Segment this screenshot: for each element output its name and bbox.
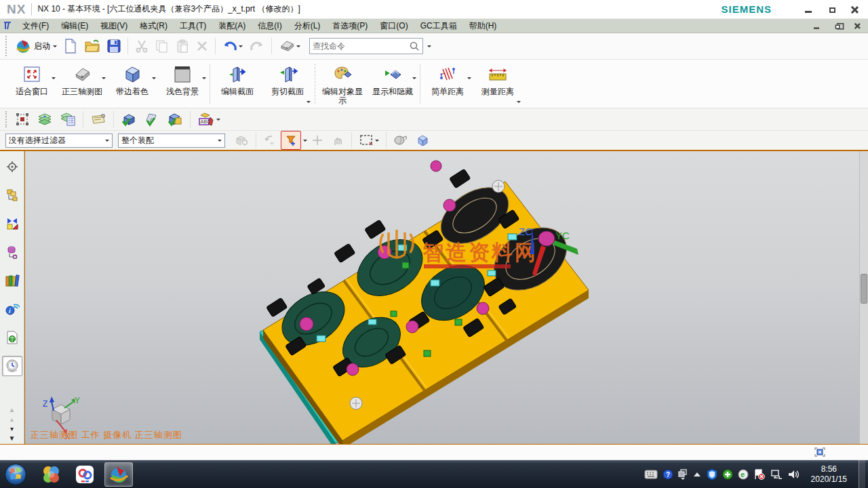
save-button[interactable] [104,38,123,54]
scroll-down-button[interactable]: ▾ [10,425,14,434]
taskbar-browser-button[interactable] [37,462,65,487]
internet-info-icon[interactable]: i [2,299,22,319]
graphics-viewport[interactable]: 智造资料网 ZC YC [24,151,868,444]
fit-view-status-button[interactable] [814,447,826,458]
layer-settings-button[interactable] [57,110,79,129]
viewport-scrollbar[interactable] [859,151,868,444]
help-tray-icon[interactable]: ? [663,469,673,480]
start-button[interactable] [3,462,28,487]
fit-window-button[interactable]: 适合窗口 [7,60,57,108]
point-constructor-button[interactable] [308,131,327,149]
check-mate-button[interactable] [141,110,163,129]
new-file-button[interactable] [61,37,80,55]
history-palette-icon[interactable] [2,356,22,376]
chevron-down-icon[interactable] [52,77,56,81]
chevron-down-icon[interactable] [307,101,311,105]
menubar-restore-button[interactable] [829,22,844,30]
show-desktop-button[interactable] [859,460,865,488]
chevron-down-icon[interactable] [412,77,416,81]
cut-button[interactable] [132,38,151,54]
delete-button[interactable] [193,39,211,54]
close-button[interactable] [845,3,864,16]
action-center-icon[interactable] [753,469,766,480]
snap-point-filter-button[interactable] [281,131,301,150]
taskbar-nx-button[interactable] [104,462,133,487]
search-input[interactable] [313,41,409,51]
paste-button[interactable] [173,38,192,54]
render-style-button[interactable] [276,38,303,54]
menu-information[interactable]: 信息(I) [252,19,288,33]
isometric-view-button[interactable]: 正三轴测图 [57,60,107,108]
chevron-down-icon[interactable] [202,77,206,81]
shaded-display-button[interactable] [391,131,411,149]
taskbar-netdisk-button[interactable] [71,462,99,487]
download-manager-icon[interactable] [722,469,733,480]
wireframe-display-button[interactable] [412,131,433,149]
menu-help[interactable]: 帮助(H) [463,19,503,33]
toolbar-drag-handle[interactable] [5,36,9,56]
chevron-down-icon[interactable] [517,101,521,105]
menu-preferences[interactable]: 首选项(P) [326,19,374,33]
menu-format[interactable]: 格式(R) [134,19,174,33]
scroll-top-button[interactable]: ▲ [9,406,16,415]
browser-tray-icon[interactable]: e [738,469,749,480]
reuse-library-icon[interactable] [2,242,22,262]
chevron-down-icon[interactable] [102,77,106,81]
measure-distance-button[interactable]: 测量距离 [473,60,523,108]
redo-button[interactable] [247,38,267,54]
edit-object-display-button[interactable]: 编辑对象显示 [317,60,368,108]
menu-file[interactable]: 文件(F) [16,19,55,33]
menu-gc-toolbox[interactable]: GC工具箱 [414,19,463,33]
selection-scope-dropdown[interactable]: 整个装配 [118,134,225,148]
constraint-navigator-icon[interactable] [2,214,22,234]
search-options-caret[interactable] [427,45,431,49]
assembly-navigator-icon[interactable] [2,185,22,205]
chevron-down-icon[interactable] [467,77,471,81]
check-assembly-button[interactable] [164,110,186,129]
shaded-with-edges-button[interactable]: 带边着色 [107,60,157,108]
chevron-down-icon[interactable] [152,77,156,81]
chevron-down-icon[interactable] [216,119,220,123]
selection-filter-dropdown[interactable]: 没有选择过滤器 [5,134,113,148]
search-icon[interactable] [409,41,420,52]
show-hidden-icons[interactable] [692,471,702,478]
web-browser-icon[interactable] [2,327,22,348]
volume-icon[interactable] [787,469,800,480]
minimize-button[interactable] [799,3,818,16]
hand-pan-button[interactable] [328,131,347,149]
menu-analysis[interactable]: 分析(L) [288,19,327,33]
show-hide-button[interactable]: 显示和隐藏 [368,60,418,108]
menubar-minimize-button[interactable] [809,22,824,30]
rectangle-select-button[interactable] [356,131,382,149]
roles-icon[interactable] [2,157,22,177]
menubar-close-button[interactable] [850,22,865,30]
scroll-bottom-button[interactable]: ▼ [9,434,16,444]
window-switch-icon[interactable] [678,469,688,480]
check-block-button[interactable] [118,110,140,129]
start-menu-button[interactable]: 启动 [12,37,60,56]
menu-assemblies[interactable]: 装配(A) [212,19,252,33]
scrollbar-thumb[interactable] [861,274,867,304]
security-shield-icon[interactable] [707,468,717,481]
input-method-icon[interactable] [644,470,658,479]
move-object-button[interactable] [12,110,33,129]
chevron-down-icon[interactable] [303,140,307,144]
restore-button[interactable] [822,3,841,16]
object-name-display-button[interactable]: ABC [195,110,223,129]
find-component-button[interactable] [231,131,252,150]
command-search[interactable] [309,38,423,54]
network-icon[interactable] [770,469,783,480]
simple-distance-button[interactable]: 简单距离 [422,60,473,108]
taskbar-clock[interactable]: 8:56 2020/1/15 [804,464,854,485]
menu-tools[interactable]: 工具(T) [174,19,212,33]
light-background-button[interactable]: 浅色背景 [157,60,208,108]
previous-selection-button[interactable] [260,131,279,149]
menu-window[interactable]: 窗口(O) [374,19,414,33]
open-file-button[interactable] [81,38,103,54]
chevron-down-icon[interactable] [375,140,379,144]
annotation-note-button[interactable] [87,110,109,128]
layers-button[interactable] [34,110,56,129]
undo-button[interactable] [220,38,245,54]
menu-edit[interactable]: 编辑(E) [55,19,94,33]
history-books-icon[interactable] [2,270,22,291]
